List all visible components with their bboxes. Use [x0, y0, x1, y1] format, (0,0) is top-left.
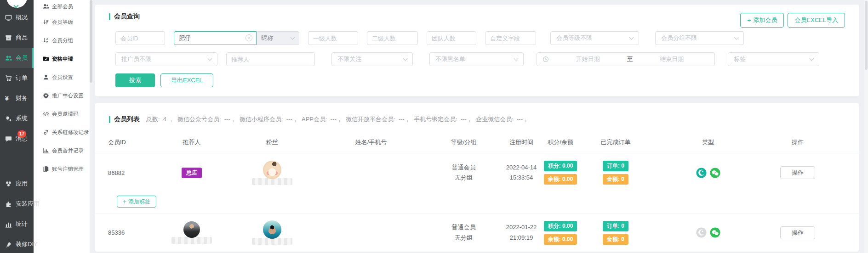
column-header: 积分/余额 — [542, 138, 579, 146]
orders-badge: 订单: 0 — [603, 161, 628, 171]
submenu-item-member-merge-records[interactable]: 会员合并记录 — [34, 141, 90, 160]
submenu-item-relation-chain-edit-records[interactable]: 关系链修改记录 — [34, 123, 90, 141]
submenu-item-label: 关系链修改记录 — [52, 129, 89, 136]
official-account-icon — [696, 168, 707, 178]
amount-badge: 金额: 0 — [603, 234, 628, 245]
row-action-button[interactable]: 操作 — [780, 226, 815, 239]
sidebar-scrollbar[interactable] — [90, 0, 92, 253]
submenu-item-label: 账号注销管理 — [52, 166, 84, 173]
nav-item-apps[interactable]: 应用 — [0, 174, 34, 194]
chevron-down-icon — [629, 35, 634, 39]
member-id-cell: 85336 — [95, 229, 155, 236]
member-group-select[interactable]: 会员分组不限 — [655, 31, 744, 45]
points-badge: 积分: 0.00 — [544, 221, 577, 231]
referrer-input[interactable] — [226, 52, 315, 66]
custom-field-input[interactable] — [485, 31, 536, 45]
nav-item-system[interactable]: 系统 — [0, 108, 34, 129]
submenu-item-all-members[interactable]: 全部会员 — [34, 0, 90, 13]
points-badge: 积分: 0.00 — [544, 161, 577, 171]
submenu-item-member-invite-code[interactable]: 会员邀请码 — [34, 105, 90, 123]
member-stats: 总数: 4 ， 微信公众号会员: ---， 微信小程序会员: ---， APP会… — [146, 115, 529, 124]
level1-count-input[interactable] — [308, 31, 358, 45]
clock-icon — [542, 56, 549, 62]
blurred-name — [171, 237, 212, 244]
folder-check-icon — [43, 56, 49, 62]
wechat-icon — [710, 227, 720, 238]
export-excel-button[interactable]: 导出EXCEL — [160, 73, 213, 87]
add-tag-button[interactable]: +添加标签 — [117, 196, 156, 208]
nav-item-statistics[interactable]: 统计 — [0, 214, 34, 234]
column-header: 会员ID — [95, 138, 155, 146]
bar-chart-icon — [43, 147, 49, 154]
list-header: 会员列表 总数: 4 ， 微信公众号会员: ---， 微信小程序会员: ---，… — [95, 115, 859, 124]
gear-icon — [43, 92, 49, 99]
nav-item-goods[interactable]: 商品 — [0, 28, 34, 48]
submenu-item-promotion-center-settings[interactable]: 推广中心设置 — [34, 86, 90, 105]
member-level-select[interactable]: 会员等级不限 — [550, 31, 639, 45]
query-panel-title-text: 会员查询 — [114, 12, 140, 21]
nav-item-label: 会员 — [16, 54, 28, 62]
submenu-item-member-levels[interactable]: 会员等级 — [34, 13, 90, 31]
nav-item-finance[interactable]: ¥ 财务 — [0, 88, 34, 108]
tag-select[interactable]: 标签 — [728, 52, 819, 66]
member-type-cell — [652, 227, 764, 238]
man-sunglasses-avatar — [263, 220, 281, 239]
search-button[interactable]: 搜索 — [115, 73, 155, 87]
member-grade: 普通会员 — [426, 222, 501, 232]
orders-badge: 订单: 0 — [603, 221, 628, 231]
top-actions: + 添加会员 会员EXCEL导入 — [740, 13, 845, 28]
page-scrollbar[interactable] — [864, 0, 868, 253]
submenu-item-member-groups[interactable]: AZ 会员分组 — [34, 31, 90, 50]
submenu-item-label: 会员邀请码 — [52, 111, 79, 118]
submenu-item-member-settings[interactable]: 会员设置 — [34, 68, 90, 86]
box-icon — [5, 34, 12, 41]
nav-item-messages[interactable]: 消息 17 — [0, 129, 34, 149]
blurred-name — [252, 238, 292, 245]
primary-sidebar: 概况 商品 会员 订单 ¥ 财务 系统 消息 17 应用 安装应用 统计 — [0, 0, 34, 253]
level2-count-input[interactable] — [367, 31, 418, 45]
member-group: 无分组 — [426, 233, 501, 243]
nav-item-overview[interactable]: 概况 — [0, 7, 34, 28]
plus-icon: + — [747, 17, 751, 23]
sort-alpha-icon: AZ — [43, 37, 49, 44]
cart-icon — [5, 75, 12, 82]
register-date: 2022-01-22 — [501, 222, 542, 232]
code-icon — [43, 111, 49, 117]
register-time-cell: 2022-04-1415:33:54 — [501, 163, 542, 183]
main-content: 会员查询 + 添加会员 会员EXCEL导入 ✕ — [92, 0, 864, 253]
submenu-item-label: 会员合并记录 — [52, 147, 84, 154]
blacklist-select[interactable]: 不限黑名单 — [429, 52, 524, 66]
member-id-input[interactable] — [115, 31, 165, 45]
tag-row: +添加标签 — [95, 192, 859, 213]
clear-icon[interactable]: ✕ — [246, 34, 252, 41]
follow-status-select[interactable]: 不限关注 — [331, 52, 413, 66]
official-account-icon — [696, 227, 707, 238]
list-panel-title-text: 会员列表 — [114, 115, 140, 124]
member-excel-import-button[interactable]: 会员EXCEL导入 — [788, 13, 845, 28]
action-cell: 操作 — [764, 166, 859, 179]
nav-item-orders[interactable]: 订单 — [0, 68, 34, 88]
orders-amount-cell: 订单: 0金额: 0 — [579, 221, 652, 245]
keyword-input[interactable] — [174, 31, 257, 45]
keyword-type-select[interactable]: 昵称 — [257, 31, 299, 45]
row-action-button[interactable]: 操作 — [780, 166, 815, 179]
keyword-group: ✕ 昵称 — [174, 31, 299, 45]
submenu-item-account-cancellation[interactable]: 账号注销管理 — [34, 160, 90, 178]
submenu-item-qualification-apply[interactable]: 资格申请 — [34, 50, 90, 68]
register-date-range-picker[interactable]: 开始日期 至 结束日期 — [537, 52, 715, 66]
submenu-item-label: 全部会员 — [52, 3, 73, 10]
chevron-down-icon — [291, 35, 295, 39]
file-copy-icon — [43, 166, 49, 172]
promoter-select[interactable]: 推广员不限 — [115, 52, 217, 66]
nav-item-decorate-diy[interactable]: 装修DIY — [0, 234, 34, 253]
column-header: 姓名/手机号 — [316, 138, 426, 146]
sidebar-scrollbar-thumb[interactable] — [90, 0, 92, 83]
team-count-input[interactable] — [427, 31, 476, 45]
nav-item-members[interactable]: 会员 — [0, 48, 34, 68]
add-member-button[interactable]: + 添加会员 — [740, 13, 784, 28]
page-scrollbar-thumb[interactable] — [865, 1, 868, 70]
orders-amount-cell: 订单: 0金额: 0 — [579, 161, 652, 185]
chevron-down-icon — [514, 56, 519, 61]
brush-icon — [5, 241, 12, 248]
nav-item-install-apps[interactable]: 安装应用 — [0, 194, 34, 214]
